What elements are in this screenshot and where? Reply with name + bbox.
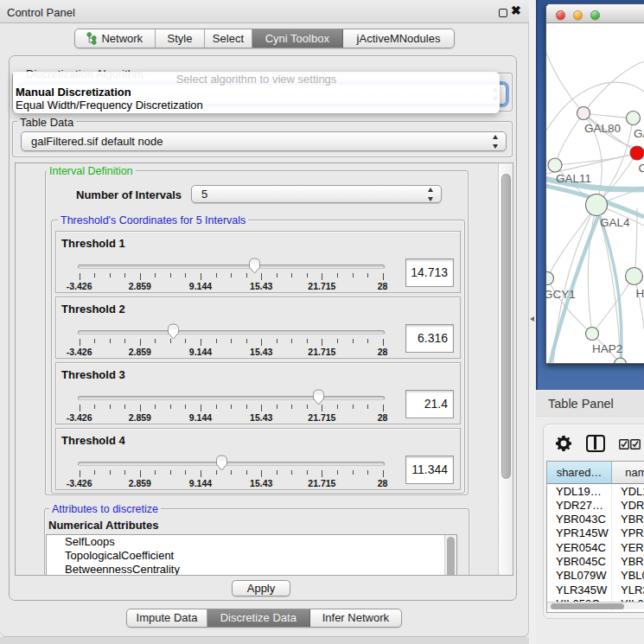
slider-track[interactable] [78, 265, 385, 269]
slider-thumb[interactable] [167, 323, 180, 340]
network-edge[interactable] [555, 113, 583, 165]
network-node[interactable] [627, 112, 641, 125]
slider-track[interactable] [78, 462, 385, 466]
network-graph[interactable]: GAL80GACGAL11GAL4GCY1HHAP2 [546, 23, 644, 363]
table-row[interactable]: YLR345WYLR345W [547, 583, 644, 597]
table-cell[interactable]: YDL19… [547, 485, 612, 499]
tab-style[interactable]: Style [156, 29, 206, 48]
table-cell[interactable]: YPR145W [547, 526, 612, 540]
checkbox-icon[interactable] [619, 439, 629, 450]
network-edge[interactable] [634, 208, 637, 276]
tab-label: jActiveMNodules [357, 32, 441, 45]
table-row[interactable]: YBL079WYBL079W [547, 569, 644, 583]
table-cell[interactable]: YBR045C [612, 555, 644, 569]
checkbox-icon[interactable] [630, 439, 641, 450]
table-row[interactable]: YPR145WYPR145W [547, 526, 644, 540]
slider-tick [367, 405, 368, 409]
apply-button[interactable]: Apply [232, 580, 290, 596]
slider-thumb[interactable] [312, 389, 325, 405]
tab-cyni-toolbox[interactable]: Cyni Toolbox [252, 29, 344, 48]
table-row[interactable]: YER054CYER054C [547, 541, 644, 555]
network-node[interactable] [546, 272, 554, 285]
slider-tick-label: 28 [357, 412, 409, 423]
network-edge[interactable] [583, 113, 633, 118]
table-cell[interactable]: YLR345W [612, 583, 644, 597]
close-icon[interactable]: ✖ [511, 3, 521, 17]
table-data-combobox[interactable]: galFiltered.sif default node [21, 131, 507, 151]
slider-tick [124, 339, 125, 343]
attribute-list-item[interactable]: SelfLoops [47, 535, 456, 549]
table-cell[interactable]: YBL079W [612, 569, 644, 583]
split-columns-icon[interactable] [586, 435, 605, 452]
table-row[interactable]: YBR043CYBR043C [547, 513, 644, 526]
table-cell[interactable]: YBR045C [547, 555, 612, 569]
number-of-intervals-combobox[interactable]: 5 [191, 185, 442, 203]
network-node[interactable] [577, 107, 590, 120]
attribute-rows: SelfLoopsTopologicalCoefficientBetweenne… [47, 535, 456, 575]
scrollbar-thumb[interactable] [447, 537, 455, 575]
slider-thumb[interactable] [248, 258, 261, 274]
slider-track[interactable] [78, 330, 385, 335]
table-row[interactable]: YBR045CYBR045C [547, 555, 644, 569]
network-node[interactable] [586, 328, 599, 341]
threshold-label: Threshold 3 [61, 368, 125, 381]
slider-tick [185, 470, 186, 475]
table-column-header[interactable]: shared… [547, 462, 612, 484]
network-canvas[interactable]: GAL80GACGAL11GAL4GCY1HHAP2 [546, 23, 644, 363]
bottom-tab-impute-data[interactable]: Impute Data [127, 609, 207, 627]
table-horizontal-scrollbar[interactable] [547, 602, 644, 610]
popup-item[interactable]: Equal Width/Frequency Discretization [16, 99, 497, 112]
table-cell[interactable]: YDL19… [612, 485, 644, 499]
table-panel-section: Table Panel shared…name YDL19…YDL19…YDR2… [536, 390, 644, 644]
scrollbar-thumb[interactable] [551, 603, 624, 609]
popup-item[interactable]: Manual Discretization [16, 86, 497, 99]
table-cell[interactable]: YBR043C [547, 513, 612, 526]
attributes-list-scrollbar[interactable] [444, 535, 456, 575]
network-node[interactable] [548, 158, 562, 172]
table-row[interactable]: YDL19…YDL19… [547, 485, 644, 499]
mac-minimize-button[interactable] [573, 10, 583, 20]
popup-placeholder-item[interactable]: Select algorithm to view settings [13, 73, 500, 85]
settings-viewport: Interval Definition Number of Intervals … [16, 163, 499, 575]
tab-select[interactable]: Select [205, 29, 252, 48]
network-view-window[interactable]: GAL80GACGAL11GAL4GCY1HHAP2 [545, 3, 644, 364]
attribute-list-item[interactable]: BetweennessCentrality [47, 563, 456, 575]
network-node[interactable] [626, 268, 643, 285]
bottom-tab-discretize-data[interactable]: Discretize Data [207, 609, 310, 627]
settings-scrollbar[interactable] [498, 163, 513, 575]
float-window-icon[interactable] [499, 9, 507, 17]
table-cell[interactable]: YDR27… [612, 499, 644, 513]
tab-network[interactable]: Network [75, 29, 156, 48]
numerical-attributes-list[interactable]: SelfLoopsTopologicalCoefficientBetweenne… [46, 534, 457, 575]
table-cell[interactable]: YLR345W [547, 583, 612, 597]
table-row[interactable]: YDR27…YDR27… [547, 499, 644, 513]
tab-jactivemnodules[interactable]: jActiveMNodules [343, 29, 454, 48]
split-collapse-arrow-icon[interactable] [530, 316, 534, 322]
table-cell[interactable]: YDR27… [547, 499, 612, 513]
table-cell[interactable]: YER054C [612, 541, 644, 555]
table-cell[interactable]: YER054C [547, 541, 612, 555]
table-cell[interactable]: YBL079W [547, 569, 612, 583]
threshold-value-field[interactable]: 11.344 [405, 456, 454, 484]
slider-track[interactable] [78, 396, 385, 400]
table-column-header[interactable]: name [612, 462, 644, 484]
slider-tick [246, 405, 247, 409]
network-node[interactable] [630, 146, 644, 160]
scrollbar-thumb[interactable] [501, 174, 511, 479]
table-cell[interactable]: YPR145W [612, 526, 644, 540]
threshold-value-field[interactable]: 6.316 [405, 324, 454, 353]
gear-icon[interactable] [556, 436, 571, 451]
attribute-list-item[interactable]: TopologicalCoefficient [47, 549, 456, 563]
threshold-value-field[interactable]: 14.713 [405, 258, 454, 287]
bottom-tab-infer-network[interactable]: Infer Network [310, 609, 401, 627]
network-edge-highlighted[interactable] [600, 216, 622, 363]
threshold-value-field[interactable]: 21.4 [405, 390, 454, 418]
network-node[interactable] [586, 194, 608, 216]
table-cell[interactable]: YBR043C [612, 513, 644, 526]
mac-close-button[interactable] [556, 10, 565, 20]
mac-zoom-button[interactable] [590, 10, 600, 20]
network-edge[interactable] [547, 278, 592, 334]
network-edge[interactable] [546, 53, 583, 113]
split-divider[interactable] [529, 0, 536, 644]
slider-thumb[interactable] [215, 455, 228, 471]
